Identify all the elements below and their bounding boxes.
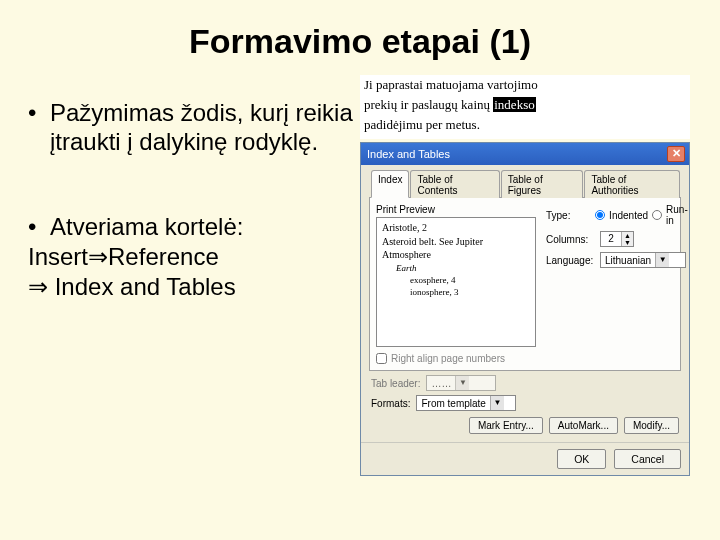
preview-line: exosphere, 4	[382, 274, 530, 286]
chevron-down-icon: ▼	[655, 253, 669, 267]
dialog-title: Index and Tables	[367, 148, 667, 160]
index-tables-dialog: Index and Tables ✕ Index Table of Conten…	[360, 142, 690, 476]
sample-line-1: Ji paprastai matuojama vartojimo	[364, 75, 686, 95]
bullet-1: • Pažymimas žodis, kurį reikia įtraukti …	[28, 99, 360, 157]
formats-label: Formats:	[371, 398, 410, 409]
preview-line: Asteroid belt. See Jupiter	[382, 235, 530, 249]
tab-toa[interactable]: Table of Authorities	[584, 170, 680, 198]
type-runin-radio[interactable]	[652, 210, 662, 220]
tab-toc[interactable]: Table of Contents	[410, 170, 499, 198]
formats-value: From template	[417, 398, 489, 409]
modify-button[interactable]: Modify...	[624, 417, 679, 434]
ok-button[interactable]: OK	[557, 449, 606, 469]
slide-title: Formavimo etapai (1)	[0, 0, 720, 71]
arrow-icon: ⇒	[28, 273, 48, 300]
language-combo[interactable]: Lithuanian ▼	[600, 252, 686, 268]
columns-value: 2	[601, 232, 621, 246]
columns-stepper[interactable]: 2 ▲▼	[600, 231, 634, 247]
bullet-2-index: Index and Tables	[48, 273, 236, 300]
right-align-label: Right align page numbers	[391, 353, 505, 364]
bullet-2-insert: Insert	[28, 243, 88, 270]
formats-combo[interactable]: From template ▼	[416, 395, 516, 411]
tab-tof[interactable]: Table of Figures	[501, 170, 584, 198]
type-label: Type:	[546, 210, 591, 221]
type-indented-radio[interactable]	[595, 210, 605, 220]
preview-line: ionosphere, 3	[382, 286, 530, 298]
close-icon[interactable]: ✕	[667, 146, 685, 162]
preview-line: Earth	[382, 262, 530, 274]
preview-line: Atmosphere	[382, 248, 530, 262]
sample-line-2a: prekių ir paslaugų kainų	[364, 97, 493, 112]
dialog-titlebar[interactable]: Index and Tables ✕	[361, 143, 689, 165]
language-value: Lithuanian	[601, 255, 655, 266]
mark-entry-button[interactable]: Mark Entry...	[469, 417, 543, 434]
preview-line: Aristotle, 2	[382, 221, 530, 235]
type-runin-label: Run-in	[666, 204, 693, 226]
tab-index[interactable]: Index	[371, 170, 409, 198]
arrow-icon: ⇒	[88, 243, 108, 270]
chevron-down-icon: ▼	[455, 376, 469, 390]
left-column: • Pažymimas žodis, kurį reikia įtraukti …	[18, 71, 360, 476]
word-sample: Ji paprastai matuojama vartojimo prekių …	[360, 75, 690, 139]
sample-line-3: padidėjimu per metus.	[364, 115, 686, 135]
bullet-2-line1: Atveriama kortelė:	[50, 212, 243, 242]
right-align-checkbox[interactable]	[376, 353, 387, 364]
bullet-dot: •	[28, 99, 50, 157]
tab-leader-combo[interactable]: …… ▼	[426, 375, 496, 391]
automark-button[interactable]: AutoMark...	[549, 417, 618, 434]
language-label: Language:	[546, 255, 596, 266]
spinner-arrows-icon[interactable]: ▲▼	[621, 232, 633, 246]
print-preview: Aristotle, 2 Asteroid belt. See Jupiter …	[376, 217, 536, 347]
dialog-tabs: Index Table of Contents Table of Figures…	[369, 169, 681, 198]
bullet-2: • Atveriama kortelė: Insert⇒Reference ⇒ …	[28, 212, 360, 302]
type-indented-label: Indented	[609, 210, 648, 221]
bullet-2-reference: Reference	[108, 243, 219, 270]
right-column: Ji paprastai matuojama vartojimo prekių …	[360, 71, 690, 476]
tab-leader-value: ……	[427, 378, 455, 389]
tab-leader-label: Tab leader:	[371, 378, 420, 389]
bullet-dot: •	[28, 212, 50, 242]
bullet-1-text: Pažymimas žodis, kurį reikia įtraukti į …	[50, 99, 360, 157]
chevron-down-icon: ▼	[490, 396, 504, 410]
cancel-button[interactable]: Cancel	[614, 449, 681, 469]
sample-highlight: indekso	[493, 97, 535, 112]
columns-label: Columns:	[546, 234, 596, 245]
print-preview-label: Print Preview	[376, 204, 536, 215]
